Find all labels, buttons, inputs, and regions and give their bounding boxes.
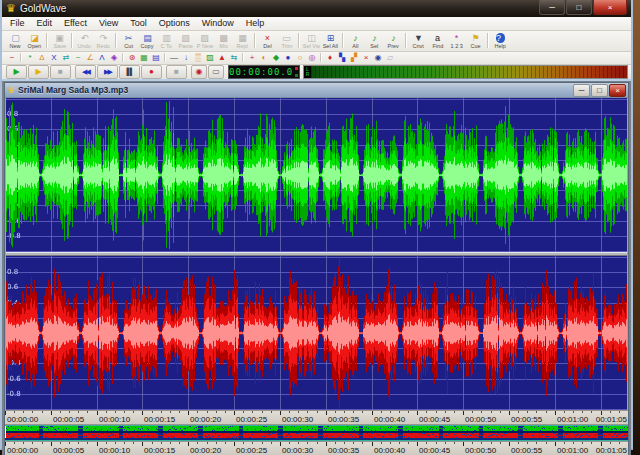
ruler-tick: [307, 411, 308, 413]
new-button[interactable]: ▢New: [6, 32, 25, 51]
effect-icon-17[interactable]: ↓: [180, 53, 192, 62]
effect-icon-32[interactable]: ▞: [348, 53, 360, 62]
toolbar-button-label: Sel All: [323, 43, 338, 49]
ruler-tick: [362, 411, 363, 413]
ruler-tick: [335, 442, 336, 444]
menu-item-view[interactable]: View: [93, 17, 124, 30]
menu-bar: FileEditEffectViewToolOptionsWindowHelp: [2, 17, 631, 31]
menu-item-window[interactable]: Window: [196, 17, 240, 30]
effect-icon-19[interactable]: ▨: [204, 53, 216, 62]
ruler-tick: [289, 411, 290, 413]
effect-icon-7[interactable]: ~: [72, 53, 84, 62]
effect-icon-10[interactable]: ◈: [108, 53, 120, 62]
ruler-tick: [555, 411, 556, 415]
record-button[interactable]: ●: [141, 65, 162, 79]
del-button[interactable]: ×Del: [258, 32, 277, 51]
effect-icon-34[interactable]: ◉: [372, 53, 384, 62]
effect-icon-25[interactable]: ◆: [270, 53, 282, 62]
effect-icon-4[interactable]: Δ: [36, 53, 48, 62]
effect-icon-20[interactable]: ▲: [216, 53, 228, 62]
ruler-tick: [298, 411, 299, 413]
cue-button[interactable]: ⚑Cue: [466, 32, 485, 51]
maximize-button[interactable]: □: [566, 0, 592, 15]
time-ruler-bottom[interactable]: 00:00:0000:00:0500:00:1000:00:1500:00:20…: [5, 441, 628, 455]
effect-icon-3[interactable]: *: [24, 53, 36, 62]
all-button[interactable]: ♪All: [346, 32, 365, 51]
ruler-label: 00:00:35: [328, 415, 359, 424]
effect-icon-6[interactable]: ⇄: [60, 53, 72, 62]
ruler-tick: [142, 442, 143, 446]
pause-button[interactable]: ▌▌: [119, 65, 140, 79]
monitor-button[interactable]: ▭: [208, 65, 224, 79]
effect-icon-28[interactable]: ◎: [306, 53, 318, 62]
ruler-tick: [152, 411, 153, 413]
effect-icon-1[interactable]: −: [6, 53, 18, 62]
effect-icon-24[interactable]: ◐: [258, 53, 270, 62]
titlebar[interactable]: ♛ GoldWave ─ □ ×: [2, 0, 631, 17]
document-maximize-button[interactable]: □: [591, 84, 608, 97]
ruler-label: 00:00:45: [419, 446, 450, 455]
1-2-3-button[interactable]: *1 2 3: [447, 32, 466, 51]
open-button[interactable]: ◪Open: [25, 32, 44, 51]
effect-icon-13[interactable]: ▦: [138, 53, 150, 62]
prev-button[interactable]: ♪Prev: [384, 32, 403, 51]
find-button[interactable]: aFind: [428, 32, 447, 51]
ruler-tick: [289, 442, 290, 444]
overview-strip[interactable]: [5, 426, 628, 438]
ruler-tick: [390, 411, 391, 413]
waveform-canvas[interactable]: [5, 98, 628, 410]
toolbar-button-label: Save: [53, 43, 66, 49]
effect-icon-30[interactable]: ♦: [324, 53, 336, 62]
effect-icon-5[interactable]: X: [48, 53, 60, 62]
menu-item-edit[interactable]: Edit: [31, 17, 59, 30]
ruler-tick: [536, 442, 537, 444]
rewind-button[interactable]: ◀◀: [75, 65, 96, 79]
document-minimize-button[interactable]: ─: [573, 84, 590, 97]
menu-item-tool[interactable]: Tool: [124, 17, 153, 30]
desktop: ♛ GoldWave ─ □ × FileEditEffectViewToolO…: [0, 0, 640, 455]
trim-icon: ▭: [282, 33, 291, 43]
ruler-tick: [390, 442, 391, 444]
effect-icon-33[interactable]: ×: [360, 53, 372, 62]
menu-item-file[interactable]: File: [4, 17, 31, 30]
copy-button[interactable]: ▤Copy: [138, 32, 157, 51]
sel-all-button[interactable]: ⊞Sel All: [321, 32, 340, 51]
minimize-button[interactable]: ─: [539, 0, 565, 15]
effect-icon-8[interactable]: ∠: [84, 53, 96, 62]
effect-icon-18[interactable]: ▒: [192, 53, 204, 62]
effect-icon-12[interactable]: ⊛: [126, 53, 138, 62]
effect-icon-21[interactable]: ⇆: [228, 53, 240, 62]
toolbar-button-label: Paste: [178, 43, 192, 49]
menu-item-help[interactable]: Help: [240, 17, 271, 30]
effect-icon-9[interactable]: Λ: [96, 53, 108, 62]
effect-icon-31[interactable]: ▚: [336, 53, 348, 62]
effect-icon-14[interactable]: ▤: [150, 53, 162, 62]
effect-icon-26[interactable]: ●: [282, 53, 294, 62]
fast-forward-button[interactable]: ▶▶: [97, 65, 118, 79]
menu-item-options[interactable]: Options: [153, 17, 196, 30]
cnvt-button[interactable]: ▼Cnvt: [409, 32, 428, 51]
help-button[interactable]: ?Help: [491, 32, 510, 51]
play-selection-button[interactable]: ▶: [28, 65, 49, 79]
ruler-tick: [188, 411, 189, 415]
effect-icon-35[interactable]: ▱: [384, 53, 396, 62]
goldwave-window: ♛ GoldWave ─ □ × FileEditEffectViewToolO…: [0, 0, 633, 450]
effect-icon-23[interactable]: +: [246, 53, 258, 62]
effect-icon-16[interactable]: —: [168, 53, 180, 62]
effect-icon-27[interactable]: ○: [294, 53, 306, 62]
ruler-tick: [573, 442, 574, 444]
record-options-button[interactable]: ◉: [191, 65, 207, 79]
cut-button[interactable]: ✂Cut: [119, 32, 138, 51]
ruler-tick: [87, 442, 88, 444]
close-button[interactable]: ×: [593, 0, 627, 15]
play-button[interactable]: ▶: [6, 65, 27, 79]
time-ruler-top[interactable]: 00:00:0000:00:0500:00:1000:00:1500:00:20…: [5, 410, 628, 425]
document-close-button[interactable]: ×: [609, 84, 626, 97]
ruler-label: 00:00:35: [328, 446, 359, 455]
ruler-label: 00:01:00: [557, 415, 588, 424]
sel-button[interactable]: ♪Sel: [365, 32, 384, 51]
document-titlebar[interactable]: ♛ SriMal Marg Sada Mp3.mp3 ─ □ ×: [5, 83, 628, 98]
menu-item-effect[interactable]: Effect: [58, 17, 93, 30]
ruler-tick: [271, 411, 272, 413]
ruler-label: 00:00:25: [236, 446, 267, 455]
